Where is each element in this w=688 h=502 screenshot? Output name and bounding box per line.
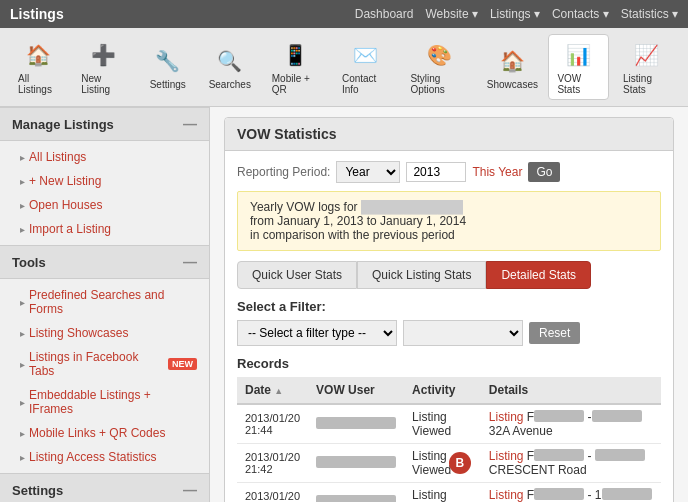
- collapse-manage-icon[interactable]: —: [183, 116, 197, 132]
- toolbar-searches[interactable]: 🔍 Searches: [202, 41, 258, 94]
- cell-user-1: [308, 404, 404, 444]
- all-listings-icon: 🏠: [23, 39, 55, 71]
- sidebar-item-listing-showcases[interactable]: ▸ Listing Showcases: [0, 321, 209, 345]
- nav-statistics[interactable]: Statistics ▾: [621, 7, 678, 21]
- sidebar-item-open-houses[interactable]: ▸ Open Houses: [0, 193, 209, 217]
- col-date[interactable]: Date ▲: [237, 377, 308, 404]
- nav-website[interactable]: Website ▾: [425, 7, 477, 21]
- reporting-period-label: Reporting Period:: [237, 165, 330, 179]
- cell-user-3: [308, 483, 404, 503]
- cell-details-2: B Listing F - CRESCENT Road: [481, 444, 661, 483]
- sidebar-section-settings: Settings — ▸ Photo and Contact Settings: [0, 473, 209, 502]
- filter-type-select[interactable]: -- Select a filter type --: [237, 320, 397, 346]
- vow-stats-title: VOW Statistics: [225, 118, 673, 151]
- sidebar-item-import-listing[interactable]: ▸ Import a Listing: [0, 217, 209, 241]
- sidebar-tools-items: ▸ Predefined Searches and Forms ▸ Listin…: [0, 279, 209, 473]
- sidebar-item-embeddable[interactable]: ▸ Embeddable Listings + IFrames: [0, 383, 209, 421]
- records-title: Records: [237, 356, 661, 371]
- toolbar: 🏠 All Listings ➕ New Listing 🔧 Settings …: [0, 28, 688, 107]
- toolbar-contact-info[interactable]: ✉️ Contact Info: [334, 35, 396, 99]
- table-row: 2013/01/20 21:40 Listing Viewed Listing …: [237, 483, 661, 503]
- main-layout: Manage Listings — ▸ All Listings ▸ + New…: [0, 107, 688, 502]
- toolbar-settings[interactable]: 🔧 Settings: [140, 41, 196, 94]
- cell-date-2: 2013/01/20 21:42: [237, 444, 308, 483]
- cell-details-1: Listing F - 32A Avenue: [481, 404, 661, 444]
- reporting-period-year[interactable]: [406, 162, 466, 182]
- sidebar-item-new-listing[interactable]: ▸ + New Listing: [0, 169, 209, 193]
- reset-button[interactable]: Reset: [529, 322, 580, 344]
- sidebar-item-mobile-links[interactable]: ▸ Mobile Links + QR Codes: [0, 421, 209, 445]
- sidebar-tools-header: Tools —: [0, 245, 209, 279]
- listing-stats-icon: 📈: [631, 39, 663, 71]
- filter-value-select[interactable]: [403, 320, 523, 346]
- toolbar-listing-stats[interactable]: 📈 Listing Stats: [615, 35, 678, 99]
- records-table-body: 2013/01/20 21:44 Listing Viewed Listing …: [237, 404, 661, 502]
- content-area: VOW Statistics Reporting Period: Year Mo…: [210, 107, 688, 502]
- filter-section: Select a Filter: -- Select a filter type…: [237, 299, 661, 346]
- records-table-header: Date ▲ VOW User Activity: [237, 377, 661, 404]
- listing-link-2[interactable]: Listing: [489, 449, 524, 463]
- reporting-period-type[interactable]: Year Month: [336, 161, 400, 183]
- sidebar-section-tools: Tools — ▸ Predefined Searches and Forms …: [0, 245, 209, 473]
- reporting-period-row: Reporting Period: Year Month This Year G…: [237, 161, 661, 183]
- vow-stats-icon: 📊: [563, 39, 595, 71]
- collapse-settings-icon[interactable]: —: [183, 482, 197, 498]
- tab-quick-user-stats[interactable]: Quick User Stats: [237, 261, 357, 289]
- col-vow-user[interactable]: VOW User: [308, 377, 404, 404]
- table-row: 2013/01/20 21:44 Listing Viewed Listing …: [237, 404, 661, 444]
- blurred-name: ████████████: [361, 200, 463, 214]
- sidebar: Manage Listings — ▸ All Listings ▸ + New…: [0, 107, 210, 502]
- cell-date-1: 2013/01/20 21:44: [237, 404, 308, 444]
- nav-dashboard[interactable]: Dashboard: [355, 7, 414, 21]
- new-listing-icon: ➕: [87, 39, 119, 71]
- cell-activity-3: Listing Viewed: [404, 483, 481, 503]
- tab-quick-listing-stats[interactable]: Quick Listing Stats: [357, 261, 486, 289]
- sidebar-settings-header: Settings —: [0, 473, 209, 502]
- filter-row: -- Select a filter type -- Reset: [237, 320, 661, 346]
- records-table: Date ▲ VOW User Activity: [237, 377, 661, 502]
- cell-details-3: Listing F - 1 59A Avenue: [481, 483, 661, 503]
- col-details[interactable]: Details: [481, 377, 661, 404]
- toolbar-mobile-qr[interactable]: 📱 Mobile + QR: [264, 35, 328, 99]
- toolbar-styling-options[interactable]: 🎨 Styling Options: [402, 35, 476, 99]
- annotation-b: B: [449, 452, 471, 474]
- toolbar-showcases[interactable]: 🏠 Showcases: [482, 41, 542, 94]
- sidebar-manage-items: ▸ All Listings ▸ + New Listing ▸ Open Ho…: [0, 141, 209, 245]
- vow-description: Yearly VOW logs for ████████████ from Ja…: [237, 191, 661, 251]
- sidebar-item-all-listings[interactable]: ▸ All Listings: [0, 145, 209, 169]
- top-nav-links: Dashboard Website ▾ Listings ▾ Contacts …: [355, 7, 678, 21]
- filter-label: Select a Filter:: [237, 299, 661, 314]
- vow-stats-box: VOW Statistics Reporting Period: Year Mo…: [224, 117, 674, 502]
- toolbar-new-listing[interactable]: ➕ New Listing: [73, 35, 134, 99]
- sidebar-manage-header: Manage Listings —: [0, 107, 209, 141]
- listing-link-3[interactable]: Listing: [489, 488, 524, 502]
- styling-icon: 🎨: [423, 39, 455, 71]
- page-title: Listings: [10, 6, 64, 22]
- toolbar-vow-stats[interactable]: 📊 VOW Stats: [548, 34, 609, 100]
- sidebar-item-facebook-tabs[interactable]: ▸ Listings in Facebook Tabs NEW A: [0, 345, 209, 383]
- sidebar-item-access-stats[interactable]: ▸ Listing Access Statistics: [0, 445, 209, 469]
- new-badge: NEW: [168, 358, 197, 370]
- cell-activity-1: Listing Viewed: [404, 404, 481, 444]
- sidebar-item-predefined-searches[interactable]: ▸ Predefined Searches and Forms: [0, 283, 209, 321]
- contact-info-icon: ✉️: [349, 39, 381, 71]
- showcases-icon: 🏠: [496, 45, 528, 77]
- stats-tabs: Quick User Stats Quick Listing Stats Det…: [237, 261, 661, 289]
- table-row: 2013/01/20 21:42 Listing Viewed B Listin…: [237, 444, 661, 483]
- top-nav: Listings Dashboard Website ▾ Listings ▾ …: [0, 0, 688, 28]
- searches-icon: 🔍: [214, 45, 246, 77]
- date-sort-icon: ▲: [274, 386, 283, 396]
- col-activity[interactable]: Activity: [404, 377, 481, 404]
- collapse-tools-icon[interactable]: —: [183, 254, 197, 270]
- tab-detailed-stats[interactable]: Detailed Stats: [486, 261, 591, 289]
- settings-icon: 🔧: [152, 45, 184, 77]
- this-year-link[interactable]: This Year: [472, 165, 522, 179]
- mobile-qr-icon: 📱: [280, 39, 312, 71]
- listing-link-1[interactable]: Listing: [489, 410, 524, 424]
- nav-contacts[interactable]: Contacts ▾: [552, 7, 609, 21]
- go-button[interactable]: Go: [528, 162, 560, 182]
- nav-listings[interactable]: Listings ▾: [490, 7, 540, 21]
- cell-user-2: [308, 444, 404, 483]
- toolbar-all-listings[interactable]: 🏠 All Listings: [10, 35, 67, 99]
- vow-stats-content: Reporting Period: Year Month This Year G…: [225, 151, 673, 502]
